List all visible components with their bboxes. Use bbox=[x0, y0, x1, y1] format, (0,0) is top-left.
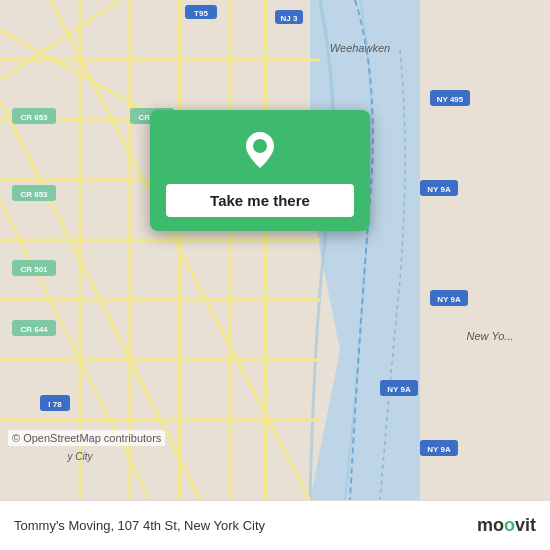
copyright-text: © OpenStreetMap contributors bbox=[8, 430, 165, 446]
svg-text:NY 9A: NY 9A bbox=[437, 295, 461, 304]
svg-text:Weehawken: Weehawken bbox=[330, 42, 390, 54]
svg-text:y City: y City bbox=[67, 451, 94, 462]
svg-text:CR 644: CR 644 bbox=[20, 325, 48, 334]
location-pin-icon bbox=[238, 128, 282, 172]
bottom-bar: Tommy's Moving, 107 4th St, New York Cit… bbox=[0, 500, 550, 550]
take-me-there-button[interactable]: Take me there bbox=[166, 184, 354, 217]
location-card: Take me there bbox=[150, 110, 370, 231]
svg-text:NY 9A: NY 9A bbox=[427, 185, 451, 194]
svg-text:NY 9A: NY 9A bbox=[387, 385, 411, 394]
address-text: Tommy's Moving, 107 4th St, New York Cit… bbox=[14, 518, 469, 533]
svg-text:CR 653: CR 653 bbox=[20, 190, 48, 199]
svg-marker-1 bbox=[310, 0, 420, 500]
svg-text:CR 653: CR 653 bbox=[20, 113, 48, 122]
svg-text:NY 495: NY 495 bbox=[437, 95, 464, 104]
svg-point-49 bbox=[253, 139, 267, 153]
svg-text:NY 9A: NY 9A bbox=[427, 445, 451, 454]
map-container: CR 653 CR 681 CR 653 CR 501 CR 644 I 78 … bbox=[0, 0, 550, 500]
svg-text:CR 501: CR 501 bbox=[20, 265, 48, 274]
svg-text:T95: T95 bbox=[194, 9, 208, 18]
svg-text:I 78: I 78 bbox=[48, 400, 62, 409]
svg-text:NJ 3: NJ 3 bbox=[281, 14, 298, 23]
moovit-logo: moovit bbox=[477, 515, 536, 536]
svg-text:New Yo...: New Yo... bbox=[467, 330, 514, 342]
